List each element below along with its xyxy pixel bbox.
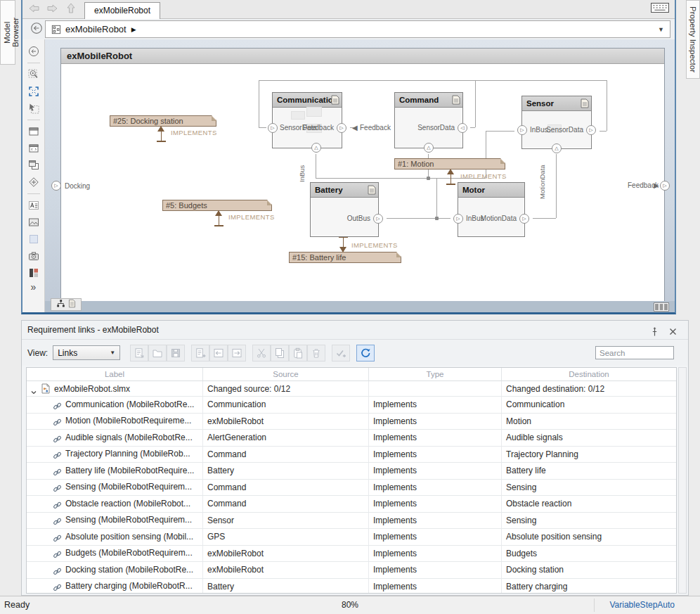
root-row-type xyxy=(369,381,502,396)
out-port-icon[interactable]: ▷ xyxy=(337,123,346,133)
palette-copy-block-icon[interactable] xyxy=(26,158,41,172)
forward-icon[interactable] xyxy=(46,4,60,15)
copy-button[interactable] xyxy=(271,345,289,362)
out-port-icon[interactable]: ▷ xyxy=(519,214,529,224)
up-icon[interactable] xyxy=(65,4,79,15)
palette-area-icon[interactable] xyxy=(26,176,41,189)
link-icon xyxy=(53,499,62,509)
link-source: Command xyxy=(203,447,369,463)
link-row[interactable]: Battery charging (MobileRobotR... Batter… xyxy=(27,579,676,594)
palette-camera-icon[interactable] xyxy=(26,250,41,263)
panel-layout-icon[interactable] xyxy=(654,302,669,311)
boundary-out-port-icon[interactable]: ▷ xyxy=(660,181,670,191)
component-motor[interactable]: Motor InBus MotionData ▷ ▷ xyxy=(458,182,525,237)
keyboard-icon[interactable] xyxy=(651,3,669,14)
requirement-annotation[interactable]: #15: Battery life xyxy=(289,252,401,263)
breadcrumb-item[interactable]: exMobileRobot xyxy=(65,24,127,34)
table-scrollbar[interactable] xyxy=(678,367,687,594)
close-icon[interactable] xyxy=(668,325,678,335)
palette-select-region-icon[interactable] xyxy=(26,101,41,115)
add-link-button[interactable] xyxy=(332,345,350,362)
document-tab[interactable]: exMobileRobot xyxy=(84,2,160,19)
requirement-annotation[interactable]: #5: Budgets xyxy=(162,200,272,211)
breadcrumb-caret-icon[interactable]: ▶ xyxy=(131,26,136,33)
bus-port-icon[interactable]: △ xyxy=(424,143,434,153)
delete-button[interactable] xyxy=(307,345,325,362)
hierarchy-view-icon[interactable] xyxy=(56,298,65,311)
app-window: Model Browser Property Inspector exMobil… xyxy=(0,0,700,614)
palette-palette-blocks-icon[interactable] xyxy=(26,267,41,280)
hide-address-icon[interactable] xyxy=(30,22,43,34)
search-input[interactable] xyxy=(595,346,674,359)
add-requirement-button[interactable] xyxy=(191,345,209,362)
link-row[interactable]: Sensing (MobileRobotRequirem... Command … xyxy=(27,480,676,497)
component-communication[interactable]: Communication SensorData Feedback ▷ ▷ △ xyxy=(272,92,342,148)
view-dropdown[interactable]: Links▼ xyxy=(53,345,120,360)
link-row[interactable]: Motion (MobileRobotRequireme... exMobile… xyxy=(27,414,676,430)
link-row[interactable]: Communication (MobileRobotRe... Communic… xyxy=(27,397,676,414)
save-button[interactable] xyxy=(167,345,185,362)
component-command[interactable]: Command SensorData ◁ △ xyxy=(394,92,463,148)
model-browser-tab[interactable]: Model Browser xyxy=(0,0,15,65)
palette-fit-view-icon[interactable] xyxy=(26,84,41,98)
breadcrumb[interactable]: exMobileRobot ▶ ▼ xyxy=(45,20,670,38)
link-row[interactable]: Battery life (MobileRobotRequire... Batt… xyxy=(27,463,676,480)
column-header[interactable]: Label xyxy=(27,368,203,380)
component-sensor[interactable]: Sensor InBus SensorData ▷ ▷ △ xyxy=(521,96,592,149)
pin-icon[interactable] xyxy=(649,325,660,335)
requirement-annotation[interactable]: #25: Docking station xyxy=(110,115,216,127)
new-link-set-button[interactable] xyxy=(130,345,148,362)
back-icon[interactable] xyxy=(28,4,42,15)
palette-expand-icon[interactable]: » xyxy=(31,281,37,293)
column-header[interactable]: Type xyxy=(369,368,502,380)
link-row[interactable]: Docking station (MobileRobotRe... exMobi… xyxy=(27,562,676,579)
root-row-destination: Changed destination: 0/12 xyxy=(502,381,676,396)
link-row[interactable]: Absolute position sensing (Mobil... GPS … xyxy=(27,529,676,546)
palette-code-block-icon[interactable] xyxy=(26,141,41,155)
collapse-chevron-icon[interactable] xyxy=(30,385,37,392)
in-port-icon[interactable]: ◁ xyxy=(458,123,467,133)
diagram-canvas[interactable]: exMobileRobot xyxy=(45,39,675,312)
boundary-in-port-icon[interactable]: ▷ xyxy=(51,181,61,191)
column-header[interactable]: Source xyxy=(203,368,369,380)
view-switch-tab[interactable] xyxy=(51,298,82,311)
bus-port-icon[interactable]: △ xyxy=(311,143,321,153)
refresh-button[interactable] xyxy=(356,345,375,362)
column-header[interactable]: Destination xyxy=(502,368,676,380)
link-row[interactable]: Budgets (MobileRobotRequirem... exMobile… xyxy=(27,546,676,563)
in-port-icon[interactable]: ▷ xyxy=(517,125,527,135)
link-row[interactable]: Sensing (MobileRobotRequirem... Sensor I… xyxy=(27,513,676,530)
palette-zoom-region-icon[interactable] xyxy=(26,68,41,81)
link-row[interactable]: Audible signals (MobileRobotRe... AlertG… xyxy=(27,430,676,447)
status-divider xyxy=(594,599,595,612)
promote-button[interactable] xyxy=(209,345,228,362)
palette-image-icon[interactable] xyxy=(26,215,41,229)
demote-button[interactable] xyxy=(228,345,246,362)
link-icon xyxy=(53,433,62,442)
document-view-icon[interactable] xyxy=(67,298,77,311)
in-port-icon[interactable]: ▷ xyxy=(453,214,463,224)
out-port-icon[interactable]: ▷ xyxy=(373,214,383,224)
status-bar: Ready 80% VariableStepAuto xyxy=(0,596,700,614)
breadcrumb-dropdown-icon[interactable]: ▼ xyxy=(658,26,664,33)
link-row[interactable]: Obstacle reaction (MobileRobot... Comman… xyxy=(27,496,676,513)
status-solver[interactable]: VariableStepAuto xyxy=(609,600,675,610)
implements-label: IMPLEMENTS xyxy=(460,172,507,180)
open-button[interactable] xyxy=(148,345,167,362)
table-root-row[interactable]: exMobileRobot.slmx Changed source: 0/12 … xyxy=(27,381,676,397)
palette-annotation-text-icon[interactable] xyxy=(26,198,41,212)
palette-show-browser-icon[interactable] xyxy=(26,45,41,58)
out-port-icon[interactable]: ▷ xyxy=(586,125,596,135)
link-row[interactable]: Trajectory Planning (MobileRob... Comman… xyxy=(27,447,676,463)
cut-button[interactable] xyxy=(252,345,271,362)
palette-subsystem-icon[interactable] xyxy=(26,124,41,138)
palette-blank-box-icon[interactable] xyxy=(26,232,41,245)
implements-label: IMPLEMENTS xyxy=(351,241,398,249)
paste-button[interactable] xyxy=(289,345,307,362)
bus-port-icon[interactable]: △ xyxy=(552,143,562,153)
property-inspector-tab[interactable]: Property Inspector xyxy=(686,0,700,79)
in-port-icon[interactable]: ▷ xyxy=(268,123,278,133)
component-battery[interactable]: Battery OutBus ▷ xyxy=(310,182,379,237)
link-type: Implements xyxy=(369,480,502,496)
requirement-annotation[interactable]: #1: Motion xyxy=(394,158,505,170)
